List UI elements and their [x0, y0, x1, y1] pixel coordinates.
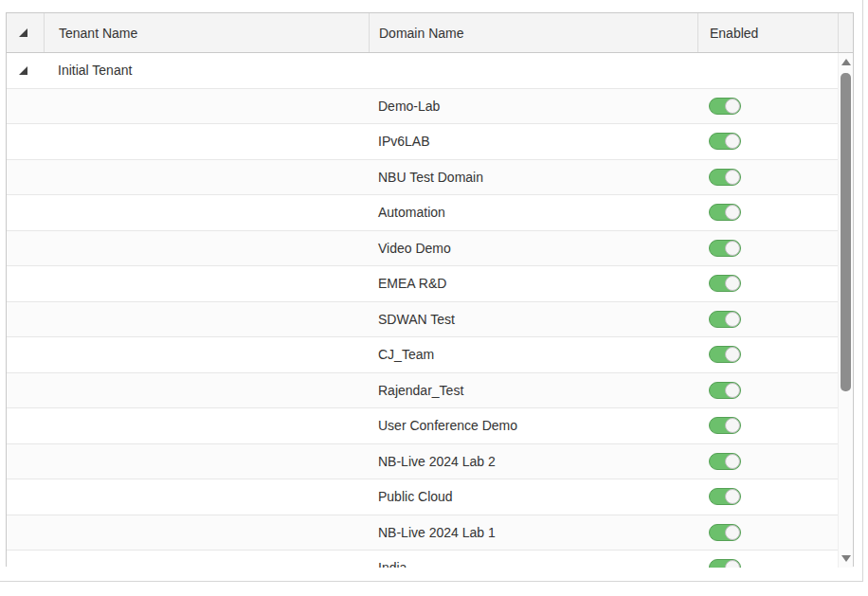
enabled-cell — [697, 311, 838, 328]
grid-row[interactable]: Demo-Lab — [7, 89, 838, 125]
collapse-all-header-cell[interactable] — [7, 13, 44, 52]
grid-row[interactable]: CJ_Team — [7, 337, 838, 373]
grid-row[interactable]: User Conference Demo — [7, 408, 838, 444]
domain-name-cell: Demo-Lab — [369, 99, 697, 114]
enabled-toggle[interactable] — [709, 559, 741, 568]
column-header-tenant-name[interactable]: Tenant Name — [44, 13, 369, 52]
row-expander-icon[interactable] — [19, 66, 27, 75]
column-header-enabled-label: Enabled — [710, 26, 758, 41]
toggle-knob — [725, 205, 740, 220]
grid-row[interactable]: Rajendar_Test — [7, 373, 838, 409]
scrollbar-thumb[interactable] — [841, 73, 851, 391]
toggle-knob — [725, 525, 740, 540]
enabled-cell — [697, 346, 838, 363]
grid-row[interactable]: Video Demo — [7, 231, 838, 267]
domain-name-cell: User Conference Demo — [369, 418, 697, 433]
expander-cell — [7, 66, 44, 75]
enabled-cell — [697, 275, 838, 292]
enabled-cell — [697, 169, 838, 186]
toggle-knob — [725, 347, 740, 362]
domain-name-cell: SDWAN Test — [369, 312, 697, 327]
enabled-cell — [697, 382, 838, 399]
grid-row[interactable]: NB-Live 2024 Lab 1 — [7, 515, 838, 551]
enabled-toggle[interactable] — [709, 417, 741, 434]
tenant-name-cell: Initial Tenant — [44, 63, 369, 78]
enabled-cell — [697, 524, 838, 541]
grid-row[interactable]: SDWAN Test — [7, 302, 838, 338]
column-header-tenant-name-label: Tenant Name — [59, 26, 137, 41]
enabled-toggle[interactable] — [709, 524, 741, 541]
toggle-knob — [725, 170, 740, 185]
collapse-all-icon — [19, 28, 27, 37]
toggle-knob — [725, 99, 740, 114]
grid-row[interactable]: Automation — [7, 195, 838, 231]
enabled-cell — [697, 417, 838, 434]
enabled-cell — [697, 204, 838, 221]
enabled-toggle[interactable] — [709, 275, 741, 292]
toggle-knob — [725, 383, 740, 398]
enabled-cell — [697, 98, 838, 115]
grid-row[interactable]: India — [7, 551, 838, 568]
scroll-down-icon[interactable] — [841, 555, 851, 562]
enabled-cell — [697, 133, 838, 150]
toggle-knob — [725, 134, 740, 149]
grid-row[interactable]: Public Cloud — [7, 479, 838, 515]
vertical-scrollbar[interactable] — [838, 53, 853, 568]
grid-rows: Initial Tenant Demo-Lab IPv6LAB — [7, 53, 838, 568]
enabled-cell — [697, 240, 838, 257]
tenant-domain-tree-grid: Tenant Name Domain Name Enabled Initial … — [6, 12, 854, 567]
toggle-knob — [725, 241, 740, 256]
toggle-knob — [725, 418, 740, 433]
domain-name-cell: Video Demo — [369, 241, 697, 256]
enabled-toggle[interactable] — [709, 169, 741, 186]
grid-body: Initial Tenant Demo-Lab IPv6LAB — [7, 53, 853, 568]
grid-row[interactable]: NBU Test Domain — [7, 160, 838, 196]
toggle-knob — [725, 489, 740, 504]
grid-header: Tenant Name Domain Name Enabled — [7, 13, 853, 53]
toggle-knob — [725, 454, 740, 469]
column-header-enabled[interactable]: Enabled — [697, 13, 838, 52]
enabled-toggle[interactable] — [709, 488, 741, 505]
enabled-toggle[interactable] — [709, 133, 741, 150]
grid-row[interactable]: EMEA R&D — [7, 266, 838, 302]
enabled-toggle[interactable] — [709, 453, 741, 470]
toggle-knob — [725, 312, 740, 327]
enabled-cell — [697, 559, 838, 568]
enabled-toggle[interactable] — [709, 311, 741, 328]
domain-name-cell: Rajendar_Test — [369, 383, 697, 398]
domain-name-cell: EMEA R&D — [369, 276, 697, 291]
domain-name-cell: Automation — [369, 205, 697, 220]
scroll-up-icon[interactable] — [841, 59, 851, 65]
content-panel: Tenant Name Domain Name Enabled Initial … — [0, 0, 863, 582]
grid-row[interactable]: Initial Tenant — [7, 53, 838, 89]
toggle-knob — [725, 560, 740, 568]
enabled-toggle[interactable] — [709, 346, 741, 363]
domain-name-cell: IPv6LAB — [369, 134, 697, 149]
column-header-domain-name[interactable]: Domain Name — [369, 13, 697, 52]
domain-name-cell: India — [369, 560, 697, 568]
enabled-toggle[interactable] — [709, 240, 741, 257]
grid-row[interactable]: IPv6LAB — [7, 124, 838, 160]
enabled-toggle[interactable] — [709, 204, 741, 221]
enabled-cell — [697, 488, 838, 505]
domain-name-cell: NB-Live 2024 Lab 2 — [369, 454, 697, 469]
enabled-toggle[interactable] — [709, 382, 741, 399]
domain-name-cell: NB-Live 2024 Lab 1 — [369, 525, 697, 540]
enabled-toggle[interactable] — [709, 98, 741, 115]
grid-row[interactable]: NB-Live 2024 Lab 2 — [7, 444, 838, 480]
domain-name-cell: NBU Test Domain — [369, 170, 697, 185]
domain-name-cell: Public Cloud — [369, 489, 697, 504]
domain-name-cell: CJ_Team — [369, 347, 697, 362]
toggle-knob — [725, 276, 740, 291]
enabled-cell — [697, 453, 838, 470]
column-header-domain-name-label: Domain Name — [379, 26, 463, 41]
header-filler-cell — [838, 13, 853, 52]
